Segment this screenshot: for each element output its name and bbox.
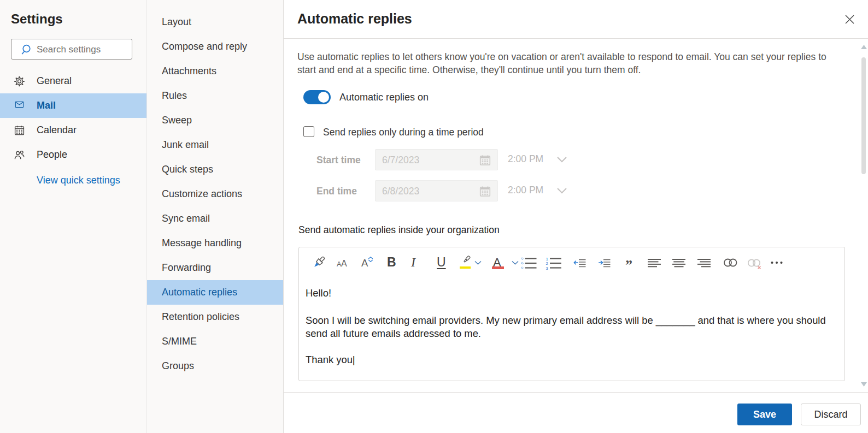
svg-text:3: 3 — [546, 266, 549, 271]
